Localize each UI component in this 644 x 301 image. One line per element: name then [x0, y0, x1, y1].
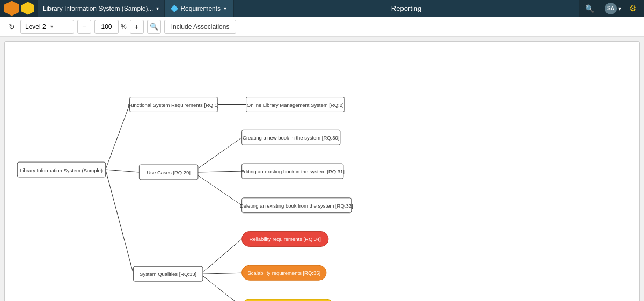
requirements-label: Requirements	[180, 5, 221, 12]
project-selector[interactable]: Library Information System (Sample)... ▾	[38, 0, 164, 17]
svg-text:Deleting an existing book from: Deleting an existing book from the syste…	[240, 203, 353, 209]
include-associations-button[interactable]: Include Associations	[164, 20, 237, 34]
edge-n4-n7	[198, 175, 242, 205]
edge-n8-n10	[203, 273, 242, 274]
toolbar: ↻ Level 2 ▾ − % + 🔍 Include Associations	[0, 17, 644, 37]
zoom-percent: %	[121, 23, 127, 31]
zoom-input[interactable]	[94, 20, 119, 34]
tree-diagram-svg: Library Information System (Sample) Func…	[5, 42, 639, 301]
edge-n1-n2	[106, 105, 130, 170]
node-reliability-req: Reliability requirements [RQ:34]	[242, 232, 328, 247]
svg-text:Use Cases [RQ:29]: Use Cases [RQ:29]	[147, 170, 190, 175]
node-online-library-mgmt: Online Library Management System [RQ:2]	[246, 97, 345, 112]
requirements-menu[interactable]: Requirements ▾	[165, 0, 233, 17]
diagram-search-button[interactable]: 🔍	[147, 20, 161, 34]
svg-text:Library Information System (Sa: Library Information System (Sample)	[20, 167, 103, 173]
node-system-qualities: System Qualities [RQ:33]	[133, 266, 202, 281]
reporting-menu[interactable]: Reporting	[234, 0, 579, 17]
node-functional-system-req: Functional System Requirements [RQ:1]	[128, 97, 219, 112]
level-select[interactable]: Level 2 ▾	[20, 20, 74, 34]
node-scalability-req: Scalability requirements [RQ:35]	[242, 265, 326, 280]
edge-n8-n9	[203, 239, 242, 272]
svg-text:Scalability requirements [RQ:3: Scalability requirements [RQ:35]	[248, 270, 321, 276]
edge-n4-n6	[198, 171, 242, 172]
edge-n1-n8	[106, 170, 134, 274]
svg-text:Functional System Requirements: Functional System Requirements [RQ:1]	[128, 102, 219, 108]
zoom-out-button[interactable]: −	[77, 20, 91, 34]
search-button[interactable]: 🔍	[579, 4, 601, 13]
edge-n4-n5	[198, 137, 242, 168]
user-avatar: SA	[605, 3, 617, 14]
node-deleting-book: Deleting an existing book from the syste…	[240, 198, 353, 213]
edge-n1-n4	[106, 170, 140, 172]
diamond-icon	[171, 4, 178, 12]
svg-text:System Qualities [RQ:33]: System Qualities [RQ:33]	[140, 271, 196, 277]
svg-text:Creating a new book in the sys: Creating a new book in the system [RQ:30…	[243, 135, 339, 141]
requirements-chevron: ▾	[224, 5, 226, 11]
include-assoc-label: Include Associations	[171, 23, 230, 31]
svg-text:Reliability requirements [RQ:3: Reliability requirements [RQ:34]	[250, 236, 321, 242]
node-creating-book: Creating a new book in the system [RQ:30…	[242, 130, 340, 145]
node-use-cases: Use Cases [RQ:29]	[139, 165, 198, 180]
user-menu[interactable]: SA ▾	[601, 3, 626, 14]
edge-n8-n11	[203, 276, 242, 301]
project-chevron: ▾	[156, 5, 159, 11]
zoom-in-button[interactable]: +	[130, 20, 144, 34]
reporting-label: Reporting	[391, 4, 421, 12]
yellow-hex-logo	[21, 2, 34, 15]
svg-text:Editing an existing book in th: Editing an existing book in the system […	[241, 168, 345, 174]
node-library-info-system: Library Information System (Sample)	[17, 162, 105, 177]
project-label: Library Information System (Sample)...	[43, 5, 153, 12]
navbar: Library Information System (Sample)... ▾…	[0, 0, 644, 17]
settings-gear-icon[interactable]: ⚙	[626, 3, 640, 13]
node-editing-book: Editing an existing book in the system […	[241, 164, 345, 179]
level-dropdown-arrow: ▾	[50, 24, 53, 30]
svg-text:Online Library Management Syst: Online Library Management System [RQ:2]	[247, 102, 344, 108]
diagram-canvas: Library Information System (Sample) Func…	[4, 41, 640, 301]
level-label: Level 2	[25, 23, 46, 31]
user-chevron: ▾	[618, 5, 621, 12]
refresh-button[interactable]: ↻	[6, 20, 17, 33]
orange-hex-logo	[4, 1, 19, 16]
